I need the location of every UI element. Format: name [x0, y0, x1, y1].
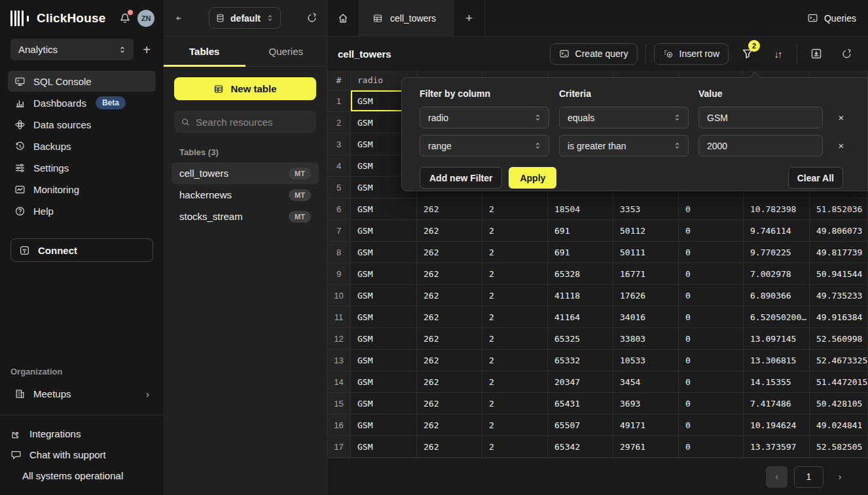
notifications-button[interactable] [118, 11, 132, 26]
explorer-tab-queries[interactable]: Queries [245, 37, 327, 66]
cell[interactable]: 0 [679, 436, 744, 458]
sidebar-item-settings[interactable]: Settings [8, 157, 156, 178]
cell[interactable]: GSM [351, 220, 417, 242]
table-item-cell-towers[interactable]: cell_towers MT [172, 162, 319, 184]
cell[interactable]: 262 [417, 371, 482, 393]
cell[interactable]: 65328 [548, 263, 613, 285]
next-page-button[interactable]: › [830, 466, 850, 488]
cell[interactable]: 0 [679, 393, 744, 414]
refresh-button[interactable] [835, 43, 858, 65]
cell[interactable]: GSM [351, 436, 417, 458]
cell[interactable]: 29761 [613, 436, 679, 458]
cell[interactable]: 691 [548, 242, 613, 263]
cell[interactable]: 9.770225 [744, 242, 810, 263]
filter-0-column-select[interactable]: radio [420, 107, 549, 128]
cell[interactable]: 2 [482, 242, 548, 263]
apply-filter-button[interactable]: Apply [509, 167, 556, 189]
cell[interactable]: 262 [417, 393, 482, 414]
cell[interactable]: GSM [351, 285, 417, 306]
cell[interactable]: 0 [679, 220, 744, 242]
cell[interactable]: GSM [351, 242, 417, 263]
cell[interactable]: 52.560998 [810, 328, 868, 350]
download-button[interactable] [805, 43, 827, 65]
cell[interactable]: 0 [679, 263, 744, 285]
cell[interactable]: 49.806073 [810, 220, 868, 242]
sidebar-item-monitoring[interactable]: Monitoring [8, 179, 156, 200]
avatar[interactable]: ZN [137, 10, 154, 27]
cell[interactable]: 0 [679, 285, 744, 306]
cell[interactable]: 262 [417, 350, 482, 371]
cell[interactable]: 51.852036 [810, 198, 868, 220]
cell[interactable]: 262 [417, 328, 482, 350]
cell[interactable]: 50.941544 [810, 263, 868, 285]
cell[interactable]: GSM [351, 306, 417, 328]
cell[interactable]: 7.002978 [744, 263, 810, 285]
cell[interactable]: 14.15355 [744, 371, 810, 393]
cell[interactable]: 49.916384 [810, 306, 868, 328]
cell[interactable]: 0 [679, 350, 744, 371]
filter-0-value-input[interactable] [707, 113, 814, 123]
remove-filter-1-button[interactable]: × [833, 138, 850, 155]
table-item-hackernews[interactable]: hackernews MT [172, 184, 319, 206]
connect-button[interactable]: Connect [10, 238, 153, 262]
search-input[interactable] [196, 117, 326, 128]
cell[interactable]: 6.890366 [744, 285, 810, 306]
cell[interactable]: 2 [482, 198, 548, 220]
tab-cell-towers[interactable]: cell_towers [359, 0, 454, 36]
cell[interactable]: 41164 [548, 306, 613, 328]
cell[interactable]: 51.4472015 [810, 371, 868, 393]
sidebar-item-backups[interactable]: Backups [8, 136, 156, 156]
cell[interactable]: 65507 [548, 414, 613, 436]
cell[interactable]: 262 [417, 306, 482, 328]
cell[interactable]: 34016 [613, 306, 679, 328]
footer-item-all-systems-operational[interactable]: All systems operational [10, 466, 153, 485]
cell[interactable]: 50111 [613, 242, 679, 263]
filter-1-value-input[interactable] [707, 141, 814, 151]
explorer-tab-tables[interactable]: Tables [164, 37, 245, 66]
database-selector[interactable]: default [209, 7, 281, 29]
cell[interactable]: 13.373597 [744, 436, 810, 458]
cell[interactable]: 262 [417, 220, 482, 242]
cell[interactable]: 262 [417, 198, 482, 220]
table-item-stocks-stream[interactable]: stocks_stream MT [172, 206, 319, 227]
cell[interactable]: 2 [482, 393, 548, 414]
cell[interactable]: 3693 [613, 393, 679, 414]
cell[interactable]: 65342 [548, 436, 613, 458]
sidebar-item-dashboards[interactable]: Dashboards Beta [8, 92, 156, 113]
sidebar-item-sql-console[interactable]: SQL Console [8, 71, 156, 92]
cell[interactable]: 10533 [613, 350, 679, 371]
sidebar-item-data-sources[interactable]: Data sources [8, 114, 156, 135]
cell[interactable]: 9.746114 [744, 220, 810, 242]
cell[interactable]: 52.4673325 [810, 350, 868, 371]
cell[interactable]: 65325 [548, 328, 613, 350]
cell[interactable]: 0 [679, 328, 744, 350]
clear-all-filters-button[interactable]: Clear All [788, 167, 843, 189]
add-filter-button[interactable]: Add new Filter [420, 167, 502, 189]
cell[interactable]: 10.782398 [744, 198, 810, 220]
cell[interactable]: 262 [417, 242, 482, 263]
cell[interactable]: 49171 [613, 414, 679, 436]
cell[interactable]: 49.024841 [810, 414, 868, 436]
cell[interactable]: 13.306815 [744, 350, 810, 371]
cell[interactable]: 2 [482, 285, 548, 306]
sidebar-item-help[interactable]: Help [8, 200, 156, 221]
cell[interactable]: 691 [548, 220, 613, 242]
create-query-button[interactable]: Create query [550, 43, 638, 65]
cell[interactable]: GSM [351, 350, 417, 371]
filter-button[interactable]: 2 [736, 43, 759, 65]
cell[interactable]: 2 [482, 371, 548, 393]
cell[interactable]: GSM [351, 328, 417, 350]
cell[interactable]: 262 [417, 436, 482, 458]
cell[interactable]: 2 [482, 414, 548, 436]
cell[interactable]: 0 [679, 414, 744, 436]
queries-button[interactable]: Queries [795, 7, 868, 30]
home-tab[interactable] [327, 0, 359, 36]
cell[interactable]: 6.52050200… [744, 306, 810, 328]
cell[interactable]: 2 [482, 306, 548, 328]
remove-filter-0-button[interactable]: × [833, 109, 850, 126]
sort-button[interactable]: ↓↑ [767, 43, 789, 65]
cell[interactable]: GSM [351, 371, 417, 393]
cell[interactable]: 3353 [613, 198, 679, 220]
cell[interactable]: GSM [351, 198, 417, 220]
cell[interactable]: 262 [417, 285, 482, 306]
